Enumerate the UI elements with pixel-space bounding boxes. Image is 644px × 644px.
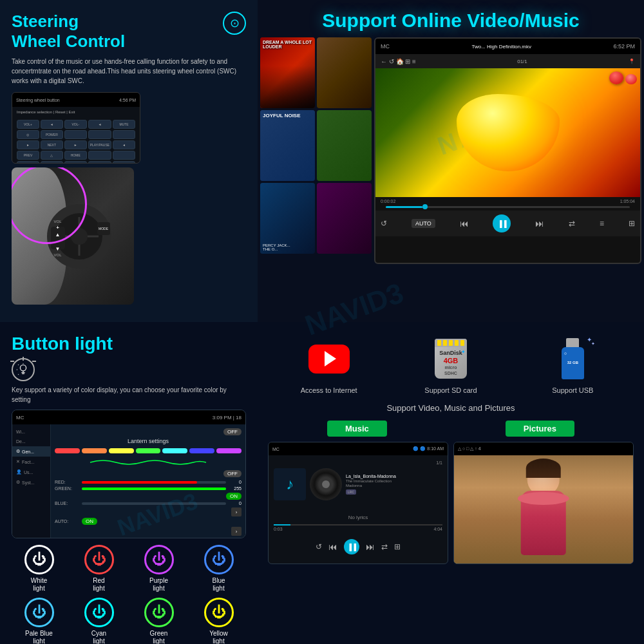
steering-title: Steering Wheel Control <box>12 12 246 52</box>
settings-screen: MC 3:09 PM | 18 Wi... De... ⚙ Gen... ✕ F… <box>12 410 246 538</box>
movie-thumb-2 <box>317 37 372 108</box>
light-red: ⏻ Redlight <box>71 545 126 592</box>
light-white: ⏻ Whitelight <box>12 545 66 592</box>
svg-line-4 <box>18 374 19 375</box>
light-cyan: ⏻ Cyanlight <box>71 598 126 644</box>
movie-thumb-5: PERCY JACK...THE O... <box>260 183 315 254</box>
usb-stick-icon: 32 GB <box>562 338 584 379</box>
svg-line-2 <box>18 365 19 365</box>
light-bulb-icon <box>12 358 35 381</box>
movie-thumb-3: JOYFUL NOISE <box>260 110 315 181</box>
light-green: ⏻ Greenlight <box>131 598 186 644</box>
video-section: Support Online Video/Music DREAM A WHOLE… <box>258 0 644 322</box>
movie-grid: DREAM A WHOLE LOT LOUDER JOYFUL NOISE <box>260 37 372 264</box>
steering-wheel-photo: VOL + ▲ − ▼ VOL MODE <box>12 167 134 305</box>
light-purple: ⏻ Purplelight <box>131 545 186 592</box>
light-yellow: ⏻ Yellowlight <box>191 598 246 644</box>
movie-thumb-1: DREAM A WHOLE LOT LOUDER <box>260 37 315 108</box>
video-controls: ↺ AUTO ⏮ ▐▐ ⏭ ⇄ ≡ ⊞ <box>375 211 640 236</box>
sd-card-label: Support SD card <box>424 386 477 394</box>
device-screen: MC Two... High Definition.mkv 6:52 PM ← … <box>374 37 641 264</box>
music-screen: MC 🔵 🔵 8:10 AM ♪ La_Isla_Bonita-Madonna <box>268 442 448 564</box>
media-tabs: Music Pictures <box>268 421 634 437</box>
light-blue: ⏻ Bluelight <box>191 545 246 592</box>
media-screens: MC 🔵 🔵 8:10 AM ♪ La_Isla_Bonita-Madonna <box>268 442 634 564</box>
light-color-grid: ⏻ Whitelight ⏻ Redlight ⏻ Purplelight ⏻ … <box>12 545 246 644</box>
usb-stick-item: ✦ ✦ 32 GB Support USB <box>540 336 605 394</box>
support-video-text: Support Video, Music and Pictures <box>268 401 634 415</box>
video-title: Support Online Video/Music <box>258 0 644 35</box>
steering-wheel-icon: ⊙ <box>223 12 246 35</box>
pictures-tab[interactable]: Pictures <box>506 421 574 437</box>
youtube-item: Access to Internet <box>297 336 361 394</box>
light-pale-blue: ⏻ Pale Bluelight <box>12 598 66 644</box>
swc-screen: Steering wheel button 4:56 PM Impedance … <box>12 92 140 164</box>
picture-display <box>454 455 633 564</box>
sd-card-icon: SanDisk 4GB microSDHC ✦ <box>435 339 467 379</box>
sd-card-item: SanDisk 4GB microSDHC ✦ Support SD card <box>419 336 483 394</box>
steering-desc: Take control of the music or use hands-f… <box>12 57 246 86</box>
button-light-desc: Key support a variety of color display, … <box>12 385 246 404</box>
movie-thumb-4 <box>317 110 372 181</box>
svg-point-0 <box>20 365 26 371</box>
movie-thumb-6 <box>317 183 372 254</box>
usb-stick-label: Support USB <box>552 386 593 394</box>
youtube-icon <box>308 345 350 374</box>
pictures-screen: △ ○ □ △ ↑ 4 <box>453 442 634 564</box>
usb-section: Access to Internet SanDisk <box>258 322 644 644</box>
steering-section: Steering Wheel Control ⊙ Take control of… <box>0 0 258 322</box>
usb-icons-row: Access to Internet SanDisk <box>268 330 634 394</box>
music-tab[interactable]: Music <box>327 421 387 437</box>
youtube-label: Access to Internet <box>301 386 357 394</box>
music-controls: ↺ ⏮ ▐▐ ⏭ ⇄ ⊞ <box>269 536 448 557</box>
device-video <box>375 68 640 197</box>
button-light-title: Button light <box>12 334 246 354</box>
button-light-section: Button light Key support a variety of co… <box>0 322 258 644</box>
